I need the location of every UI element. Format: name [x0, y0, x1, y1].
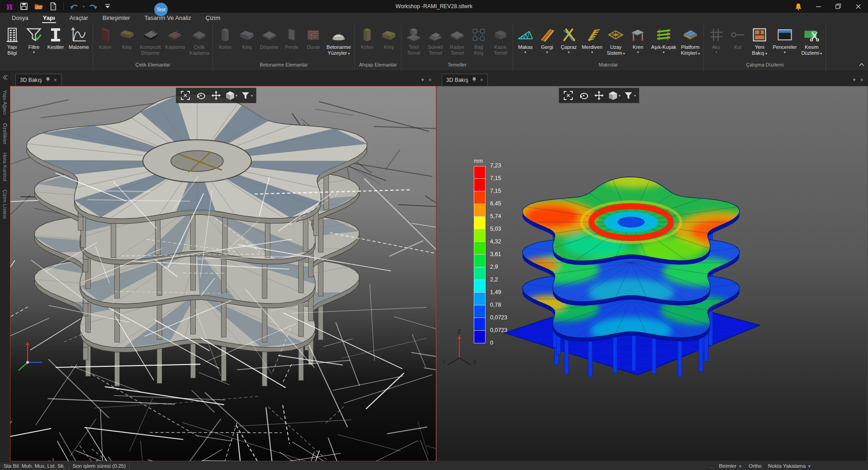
left-sidebar: Yapı AğacıÖzelliklerHata KontrolÇizim Li…: [0, 71, 10, 461]
open-folder-icon[interactable]: [33, 1, 44, 11]
menu-item-araçlar[interactable]: Araçlar: [62, 14, 95, 24]
right-3d-viewport[interactable]: ZYX ▾▾ mm 7,237,157,156,455,745,034,323,…: [436, 86, 868, 461]
menu-item-dosya[interactable]: Dosya: [5, 14, 36, 24]
ribbon-button-label: Duvar: [307, 44, 320, 50]
tabgroup-close-icon[interactable]: ×: [428, 76, 432, 83]
right-viewport-tab[interactable]: 3D Bakış ×: [442, 74, 488, 86]
label-text: Kolon: [361, 44, 373, 50]
menu-item-tasarım-ve-analiz[interactable]: Tasarım Ve Analiz: [137, 14, 198, 24]
ribbon-button-label: Temel: [407, 50, 420, 56]
ribbon-button-label: Kesitler: [47, 44, 64, 50]
filter-icon[interactable]: ▾: [240, 89, 254, 102]
ribbon-button-label: Döşeme: [260, 44, 278, 50]
view-cube-icon[interactable]: ▾: [607, 89, 622, 102]
sidebar-item-hata-kontrol[interactable]: Hata Kontrol: [2, 152, 8, 181]
ribbon-button-aşık-kuşak[interactable]: Aşık-Kuşak▾: [649, 25, 679, 55]
ribbon-button-malzeme[interactable]: Malzeme: [66, 25, 91, 51]
ribbon-button-label: Bilgi: [8, 50, 17, 56]
tablist-dropdown-icon[interactable]: ▾: [853, 77, 856, 83]
left-3d-viewport[interactable]: ▾▾: [10, 86, 436, 461]
customize-toolbar-icon[interactable]: [102, 1, 113, 11]
ribbon-button-tekil-temel: TekilTemel: [403, 25, 425, 57]
label-text: Pencereler: [773, 44, 797, 50]
minimize-button[interactable]: [808, 0, 828, 13]
status-toggle-birimler[interactable]: Birimler▼: [719, 463, 742, 469]
status-toggle-ortho[interactable]: Ortho: [749, 463, 762, 469]
ribbon-button-uzay-sistem[interactable]: UzaySistem ▾: [604, 25, 627, 57]
test-badge: Test: [154, 3, 168, 16]
pan-icon[interactable]: [209, 89, 223, 102]
raft-footing-icon: [448, 25, 466, 44]
sidebar-collapse-icon[interactable]: [2, 74, 8, 82]
titlebar: π ▾ Workshop -RAMI_REV28.stlwrk: [0, 0, 868, 13]
ribbon-button-kolon: Kolon: [214, 25, 236, 51]
menu-item-çizim[interactable]: Çizim: [198, 14, 228, 24]
menu-item-yapı[interactable]: Yapı: [36, 14, 62, 24]
ribbon-button-gergi[interactable]: Gergi▾: [536, 25, 558, 55]
orbit-icon[interactable]: [576, 89, 591, 102]
notification-bell-icon[interactable]: [788, 0, 808, 13]
status-last-operation: Son işlem süresi (0.25): [69, 462, 130, 470]
orbit-icon[interactable]: [193, 89, 208, 102]
undo-icon[interactable]: [68, 1, 80, 11]
pan-icon[interactable]: [592, 89, 606, 102]
left-viewport-tab[interactable]: 3D Bakış ×: [15, 74, 61, 86]
menu-item-birleşimler[interactable]: Birleşimler: [95, 14, 137, 24]
dropdown-arrow-icon: ▾: [819, 52, 822, 56]
pin-icon[interactable]: [46, 77, 50, 83]
sidebar-item-çizim-listesi[interactable]: Çizim Listesi: [2, 190, 8, 219]
filter-icon[interactable]: ▾: [623, 89, 637, 102]
sidebar-item-özellikler[interactable]: Özellikler: [2, 123, 8, 144]
ribbon-collapse-icon[interactable]: [859, 60, 864, 68]
tab-close-icon[interactable]: ×: [54, 77, 57, 83]
tab-close-icon[interactable]: ×: [480, 77, 483, 83]
svg-text:X: X: [473, 359, 476, 366]
legend-swatch: [474, 280, 486, 293]
restore-button[interactable]: [828, 0, 848, 13]
view-cube-icon[interactable]: ▾: [224, 89, 239, 102]
ribbon-button-platform-kirişleri[interactable]: PlatformKirişleri ▾: [679, 25, 702, 57]
tabgroup-close-icon[interactable]: ×: [860, 76, 863, 83]
tension-rod-icon: [538, 25, 556, 44]
label-text: Filtre: [28, 44, 39, 50]
ribbon-button-label: Yeni: [755, 44, 764, 50]
ribbon-button-label: Düzlemi ▾: [801, 50, 822, 56]
save-icon[interactable]: [18, 1, 30, 11]
close-button[interactable]: [848, 0, 868, 13]
ribbon-button-label: Kat: [734, 44, 742, 50]
left-3d-canvas[interactable]: [10, 86, 436, 461]
ribbon-button-filtre[interactable]: Filtre▾: [23, 25, 45, 55]
ribbon-button-kesitler[interactable]: Kesitler: [45, 25, 66, 51]
undo-dropdown-icon[interactable]: ▾: [83, 5, 85, 9]
ribbon-group-caption: [1, 60, 91, 71]
new-document-icon[interactable]: [47, 1, 59, 11]
ribbon-button-çapraz[interactable]: Çapraz▾: [558, 25, 580, 55]
ribbon-button-bağ-kiriş: BağKiriş: [468, 25, 490, 57]
label-text: Platform: [681, 44, 700, 50]
dropdown-arrow-icon: ▾: [347, 52, 349, 56]
ribbon-button-kesim-düzlemi[interactable]: KesimDüzlemi ▾: [799, 25, 824, 57]
redo-icon[interactable]: [87, 1, 99, 11]
ribbon-button-makas[interactable]: Makas▾: [514, 25, 536, 55]
right-3d-canvas[interactable]: ZYX: [437, 86, 868, 461]
dropdown-arrow-icon: ▾: [634, 94, 636, 98]
ribbon-button-betonarme-yüzeyler[interactable]: BetonarmeYüzeyler ▾: [324, 25, 353, 57]
label-text: Döşeme: [141, 50, 160, 56]
ribbon-button-yeni-bakış[interactable]: YeniBakış ▾: [749, 25, 770, 57]
fit-view-icon[interactable]: [561, 89, 576, 102]
right-viewport-toolbar: ▾▾: [559, 88, 639, 103]
dropdown-arrow-icon: ▾: [715, 50, 717, 54]
ribbon-button-merdiven[interactable]: Merdiven▾: [580, 25, 604, 55]
ribbon-button-pencereler[interactable]: Pencereler▾: [770, 25, 799, 55]
pin-icon[interactable]: [472, 77, 476, 83]
ribbon-button-kren[interactable]: Kren▾: [627, 25, 649, 55]
status-toggle-nokta-yakalama[interactable]: Nokta Yakalama▼: [768, 463, 811, 469]
left-pane: 3D Bakış × ▾ × ▾▾: [10, 71, 436, 461]
dropdown-arrow-icon: ▾: [784, 50, 786, 54]
ribbon-button-yapı-bilgi[interactable]: YapıBilgi: [1, 25, 23, 57]
ribbon-button-label: Yapı: [7, 44, 17, 50]
tablist-dropdown-icon[interactable]: ▾: [421, 77, 424, 83]
label-text: Çapraz: [561, 44, 576, 50]
fit-view-icon[interactable]: [178, 89, 193, 102]
sidebar-item-yapı-ağacı[interactable]: Yapı Ağacı: [2, 90, 8, 115]
